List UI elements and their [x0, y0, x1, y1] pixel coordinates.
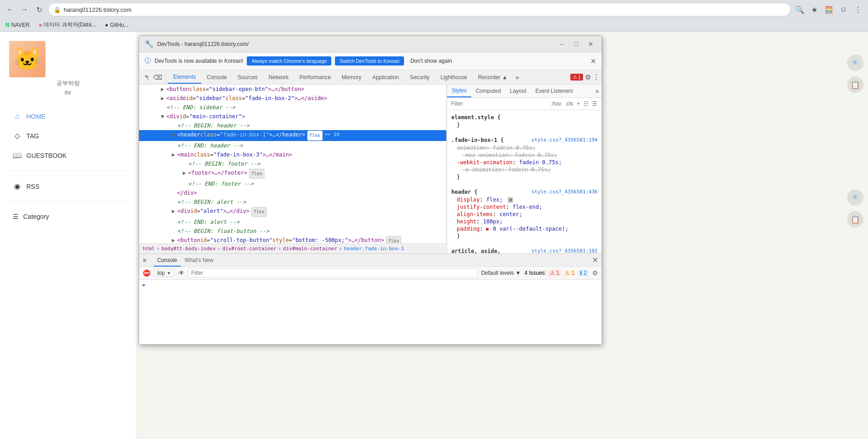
- device-icon[interactable]: ⌫: [152, 72, 164, 82]
- style-source-article[interactable]: style.css?_4356581:102: [531, 248, 598, 253]
- bookmark-data[interactable]: ● 데이터 과학자(Data...: [37, 20, 98, 30]
- settings-button[interactable]: ⚙: [585, 73, 591, 81]
- category-header[interactable]: ☰ Category: [9, 207, 127, 226]
- toggle-icon[interactable]: ▶: [172, 207, 177, 215]
- tab-console[interactable]: Console: [201, 71, 232, 83]
- toggle-icon[interactable]: ▼: [161, 112, 166, 121]
- dom-line[interactable]: <!-- END: footer -->: [139, 179, 446, 188]
- upload-icon-btn[interactable]: 📋: [847, 211, 863, 227]
- dom-line[interactable]: <!-- END: header -->: [139, 141, 446, 150]
- cls-filter-button[interactable]: .cls: [564, 100, 574, 108]
- dom-panel[interactable]: ▶ <button class="sidebar-open-btn" >…</b…: [139, 85, 447, 243]
- console-eye-button[interactable]: 👁: [178, 269, 185, 277]
- nav-item-guestbook[interactable]: 📖 GUESTBOOK: [9, 146, 127, 165]
- dom-line[interactable]: ▶ <main class="fade-in-box-3" >…</main>: [139, 150, 446, 159]
- breadcrumb-html[interactable]: html: [143, 246, 155, 252]
- style-source-fade[interactable]: style.css?_4356581:194: [531, 137, 598, 144]
- breadcrumb-main[interactable]: div#main-container: [283, 246, 337, 252]
- notification-close[interactable]: ✕: [590, 57, 596, 66]
- share-icon-btn[interactable]: 👁: [847, 189, 863, 206]
- breadcrumb-header[interactable]: header.fade-in-box-1: [344, 246, 404, 252]
- console-tab-whatsnew[interactable]: What's New: [181, 254, 217, 267]
- console-filter-input[interactable]: [188, 268, 478, 278]
- dom-line[interactable]: ▶ <div id="alert" >…</div> flex: [139, 207, 446, 217]
- menu-icon[interactable]: ⋮: [852, 3, 864, 16]
- tab-network[interactable]: Network: [263, 71, 294, 83]
- toggle-icon[interactable]: ▶: [172, 236, 177, 243]
- console-levels-button[interactable]: Default levels ▼: [481, 270, 521, 276]
- forward-button[interactable]: →: [18, 3, 31, 16]
- tab-security[interactable]: Security: [404, 71, 435, 83]
- dom-line[interactable]: ▼ <div id="main-container" >: [139, 112, 446, 121]
- console-side-icon[interactable]: ≡: [143, 257, 154, 264]
- breadcrumb-root[interactable]: div#root-container: [222, 246, 276, 252]
- add-style-button[interactable]: +: [576, 100, 581, 108]
- top-dropdown[interactable]: ▼: [167, 271, 171, 276]
- toggle-icon[interactable]: ▶: [172, 131, 177, 139]
- tab-recorder[interactable]: Recorder ▲: [473, 71, 513, 83]
- tab-elements[interactable]: Elements: [168, 71, 201, 84]
- dom-line[interactable]: <!-- BEGIN: footer -->: [139, 159, 446, 168]
- dont-show-button[interactable]: Don't show again: [408, 56, 455, 66]
- console-settings-button[interactable]: ⚙: [592, 269, 598, 277]
- eye-icon-btn[interactable]: 👁: [847, 55, 863, 71]
- styles-filter-input[interactable]: [451, 101, 547, 107]
- toggle-icon[interactable]: ▶: [161, 94, 166, 102]
- tab-application[interactable]: Application: [367, 71, 404, 83]
- back-button[interactable]: ←: [4, 3, 16, 16]
- bookmarks-bar: N NAVER ● 데이터 과학자(Data... ● GitHu...: [0, 19, 868, 32]
- tab-styles[interactable]: Styles: [447, 85, 471, 97]
- search-icon[interactable]: 🔍: [793, 3, 806, 16]
- bookmark-github[interactable]: ● GitHu...: [103, 21, 130, 29]
- console-tab-active[interactable]: Console: [154, 254, 181, 267]
- dom-line-selected[interactable]: ··· ▶ <header class="fade-in-box-1" >…</…: [139, 130, 446, 141]
- dom-line[interactable]: <!-- BEGIN: alert -->: [139, 197, 446, 207]
- dom-line[interactable]: <!-- BEGIN: header -->: [139, 121, 446, 130]
- nav-item-home[interactable]: ⌂ HOME: [9, 107, 127, 126]
- dom-line[interactable]: <!-- END: alert -->: [139, 217, 446, 227]
- bookmark-icon[interactable]: ★: [808, 3, 821, 16]
- tab-event-listeners[interactable]: Event Listeners: [531, 85, 578, 97]
- dom-line[interactable]: ▶ <button class="sidebar-open-btn" >…</b…: [139, 85, 446, 94]
- styles-more-button[interactable]: »: [593, 85, 602, 97]
- dom-line[interactable]: <!-- BEGIN: float-button -->: [139, 227, 446, 236]
- console-close-button[interactable]: ✕: [592, 256, 598, 264]
- copy-styles-button[interactable]: ☷: [583, 100, 589, 108]
- tab-sources[interactable]: Sources: [232, 71, 263, 83]
- extensions-icon[interactable]: 🧮: [823, 3, 835, 16]
- dom-line[interactable]: ▶ <footer>…</footer> flex: [139, 168, 446, 179]
- dom-line[interactable]: <!-- END: sidebar -->: [139, 103, 446, 112]
- profile-icon[interactable]: ☺: [837, 3, 850, 16]
- devtools-menu-button[interactable]: ⋮: [593, 73, 600, 81]
- tab-layout[interactable]: Layout: [505, 85, 531, 97]
- toggle-icon[interactable]: ▶: [172, 151, 177, 159]
- toggle-icon[interactable]: ▶: [183, 169, 188, 177]
- copy-icon-btn[interactable]: 📋: [847, 76, 863, 93]
- toggle-styles-button[interactable]: ☰: [591, 100, 598, 108]
- tab-lighthouse[interactable]: Lighthouse: [435, 71, 473, 83]
- dom-line[interactable]: ▶ <button id="scroll-top-button" style="…: [139, 236, 446, 243]
- tab-performance[interactable]: Performance: [294, 71, 336, 83]
- minimize-button[interactable]: −: [556, 39, 567, 50]
- nav-item-rss[interactable]: ◉ RSS: [9, 177, 127, 196]
- toggle-icon[interactable]: ▶: [161, 85, 166, 93]
- console-clear-button[interactable]: ⛔: [143, 269, 150, 277]
- nav-item-tag[interactable]: ◇ TAG: [9, 126, 127, 146]
- address-bar[interactable]: 🔒 haranq011226.tistory.com: [48, 3, 791, 16]
- dom-line[interactable]: </div>: [139, 188, 446, 197]
- switch-korean-button[interactable]: Switch DevTools to Korean: [335, 56, 404, 66]
- hover-filter-button[interactable]: :hov: [550, 100, 562, 108]
- tab-computed[interactable]: Computed: [471, 85, 505, 97]
- reload-button[interactable]: ↻: [33, 3, 45, 16]
- dom-line[interactable]: ▶ <aside id="sidebar" class="fade-in-box…: [139, 94, 446, 103]
- always-match-button[interactable]: Always match Chrome's language: [247, 56, 331, 66]
- close-button[interactable]: ✕: [585, 39, 596, 50]
- bookmark-naver[interactable]: N NAVER: [4, 21, 31, 29]
- tab-memory[interactable]: Memory: [336, 71, 367, 83]
- maximize-button[interactable]: □: [571, 39, 582, 50]
- style-source-header[interactable]: style.css?_4356581:436: [531, 189, 598, 196]
- breadcrumb-body[interactable]: body#tt-body-index: [161, 246, 215, 252]
- more-tabs-button[interactable]: »: [513, 72, 522, 82]
- cursor-icon[interactable]: ↰: [143, 72, 151, 82]
- flex-icon[interactable]: ⊞: [508, 197, 513, 203]
